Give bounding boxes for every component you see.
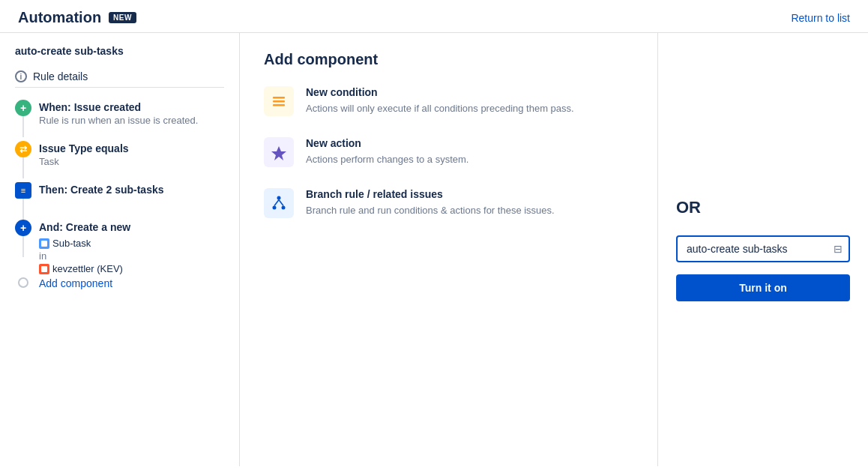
branch-icon-box: [264, 188, 294, 218]
item-title-then: Then: Create 2 sub-tasks: [39, 184, 224, 196]
component-card-condition[interactable]: New condition Actions will only execute …: [264, 86, 633, 116]
dot-green-when: +: [15, 100, 31, 116]
timeline-item-add[interactable]: Add component: [15, 274, 224, 291]
project-label: kevzettler (KEV): [52, 263, 123, 274]
condition-icon-box: [264, 86, 294, 116]
branch-desc: Branch rule and run conditions & actions…: [306, 203, 633, 218]
svg-rect-0: [41, 241, 47, 247]
component-card-branch[interactable]: Branch rule / related issues Branch rule…: [264, 188, 633, 218]
svg-rect-4: [273, 104, 285, 106]
branch-info: Branch rule / related issues Branch rule…: [306, 188, 633, 218]
svg-point-8: [282, 206, 286, 210]
timeline-connector-4: +: [15, 220, 31, 257]
dot-blue2-and: +: [15, 220, 31, 236]
return-to-list-link[interactable]: Return to list: [791, 12, 850, 24]
action-name: New action: [306, 137, 633, 149]
vertical-line-4: [22, 236, 24, 257]
action-icon: [271, 144, 287, 160]
input-clear-icon[interactable]: ⊟: [834, 243, 843, 255]
vertical-line-2: [22, 157, 24, 178]
rule-details-row[interactable]: i Rule details: [15, 66, 224, 88]
timeline-item-and[interactable]: + And: Create a new Sub-task in: [15, 220, 224, 274]
condition-desc: Actions will only execute if all conditi…: [306, 101, 633, 116]
project-row: kevzettler (KEV): [39, 263, 224, 274]
timeline-connector-1: +: [15, 100, 31, 137]
dot-blue-then: ≡: [15, 182, 31, 199]
item-subtitle-issue-type: Task: [39, 156, 224, 167]
vertical-line-1: [22, 116, 24, 137]
vertical-line-3: [22, 199, 24, 220]
add-component-label[interactable]: Add component: [39, 277, 112, 289]
subtask-row: Sub-task: [39, 238, 224, 249]
branch-icon: [271, 195, 287, 211]
header-left: Automation NEW: [18, 9, 136, 26]
action-icon-box: [264, 137, 294, 167]
timeline-connector-2: ⇄: [15, 141, 31, 178]
subtask-label: Sub-task: [52, 238, 91, 249]
rule-name-label: auto-create sub-tasks: [15, 45, 224, 57]
and-create-content: And: Create a new Sub-task in kevzettler…: [39, 220, 224, 274]
right-panel: OR ⊟ Turn it on: [658, 33, 868, 466]
and-create-title: And: Create a new: [39, 221, 224, 233]
action-desc: Actions perform changes to a system.: [306, 152, 633, 167]
new-badge: NEW: [109, 12, 136, 23]
svg-rect-2: [273, 97, 285, 99]
condition-name: New condition: [306, 86, 633, 98]
panel-title: Add component: [264, 51, 633, 68]
or-section: OR: [676, 198, 850, 217]
rule-name-input[interactable]: [676, 235, 850, 262]
item-subtitle-when: Rule is run when an issue is created.: [39, 115, 224, 126]
svg-point-6: [277, 196, 281, 200]
svg-line-10: [279, 200, 283, 206]
timeline-item-issue-type[interactable]: ⇄ Issue Type equals Task: [15, 141, 224, 182]
condition-icon: [271, 93, 287, 109]
project-icon: [39, 264, 49, 274]
dot-yellow-issue-type: ⇄: [15, 141, 31, 157]
in-label: in: [39, 250, 224, 262]
svg-rect-1: [41, 266, 47, 272]
add-component-item[interactable]: Add component: [39, 274, 112, 289]
component-card-action[interactable]: New action Actions perform changes to a …: [264, 137, 633, 167]
rule-details-icon: i: [15, 70, 27, 82]
dot-empty-add: [18, 277, 28, 288]
svg-marker-5: [271, 146, 286, 160]
branch-name: Branch rule / related issues: [306, 188, 633, 200]
item-content-when: When: Issue created Rule is run when an …: [39, 100, 224, 141]
condition-info: New condition Actions will only execute …: [306, 86, 633, 116]
rule-name-input-wrapper: ⊟: [676, 235, 850, 262]
top-header: Automation NEW Return to list: [0, 0, 868, 33]
turn-on-button[interactable]: Turn it on: [676, 274, 850, 301]
timeline-connector-add: [15, 274, 31, 291]
svg-point-7: [273, 206, 277, 210]
or-label: OR: [676, 198, 701, 217]
action-info: New action Actions perform changes to a …: [306, 137, 633, 167]
timeline-item-when[interactable]: + When: Issue created Rule is run when a…: [15, 100, 224, 141]
svg-rect-3: [273, 100, 285, 103]
subtask-icon: [39, 238, 49, 249]
timeline-connector-3: ≡: [15, 182, 31, 220]
app-title: Automation: [18, 9, 101, 26]
timeline: + When: Issue created Rule is run when a…: [15, 100, 224, 291]
sidebar: auto-create sub-tasks i Rule details + W…: [0, 33, 240, 466]
rule-details-label: Rule details: [33, 70, 88, 82]
item-title-issue-type: Issue Type equals: [39, 142, 224, 154]
item-content-then: Then: Create 2 sub-tasks: [39, 182, 224, 212]
timeline-item-then[interactable]: ≡ Then: Create 2 sub-tasks: [15, 182, 224, 220]
item-content-issue-type: Issue Type equals Task: [39, 141, 224, 182]
main-layout: auto-create sub-tasks i Rule details + W…: [0, 33, 868, 466]
svg-line-9: [274, 200, 279, 206]
item-title-when: When: Issue created: [39, 101, 224, 113]
center-panel: Add component New condition Actions will…: [240, 33, 658, 466]
